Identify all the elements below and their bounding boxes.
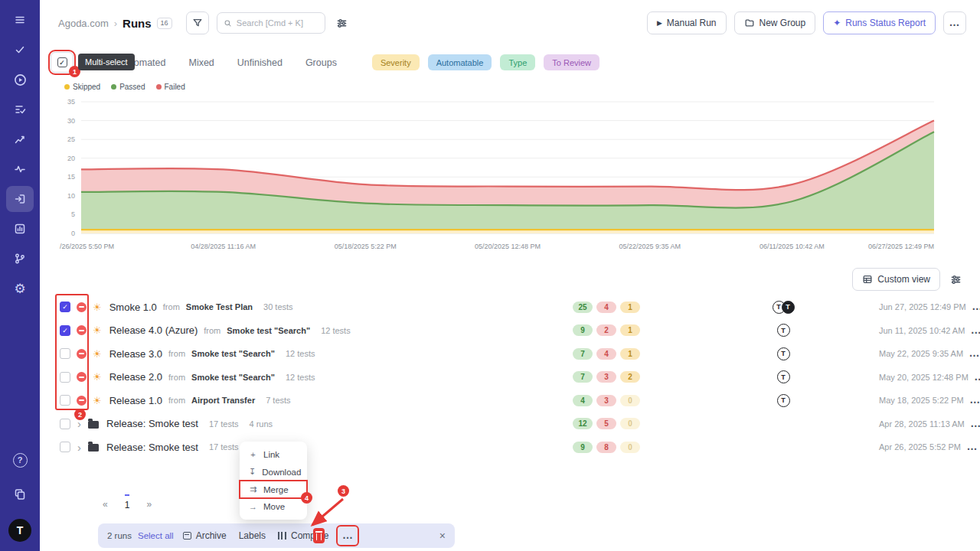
runs-status-report-label: Runs Status Report	[845, 18, 926, 28]
runs-count-badge: 16	[157, 18, 172, 29]
bulk-more-button[interactable]: …	[338, 527, 358, 545]
group-row[interactable]: ›Release: Smoke test17 tests4 runs1250Ap…	[58, 412, 962, 436]
row-checkbox[interactable]	[60, 348, 70, 359]
view-settings-button[interactable]	[946, 270, 965, 289]
plan-name[interactable]: Smoke test "Search"	[191, 349, 275, 358]
plan-name[interactable]: Smoke test "Search"	[227, 326, 310, 335]
row-more-button[interactable]: …	[966, 305, 980, 309]
multi-select-button[interactable]: ✓	[51, 52, 74, 73]
row-checkbox[interactable]	[60, 395, 70, 406]
view-bar: Custom view	[40, 268, 980, 291]
menu-item-move[interactable]: →Move	[240, 498, 307, 515]
menu-item-download[interactable]: ↧Download	[240, 463, 307, 481]
menu-item-merge[interactable]: ⇉Merge	[240, 481, 307, 498]
tests-count: 7 tests	[266, 396, 290, 405]
prev-page-button[interactable]: «	[103, 494, 108, 510]
svg-text:0: 0	[71, 230, 75, 237]
run-row[interactable]: ☀Release 3.0fromSmoke test "Search"12 te…	[58, 342, 962, 366]
filters-row: ✓ AutomatedMixedUnfinishedGroups Severit…	[40, 46, 980, 77]
expand-chevron-icon[interactable]: ›	[77, 442, 82, 453]
group-title[interactable]: Release: Smoke test	[106, 442, 198, 453]
run-title[interactable]: Release 2.0	[109, 371, 162, 383]
row-checkbox[interactable]	[60, 419, 70, 429]
from-label: from	[163, 302, 180, 311]
sidebar-item-branches[interactable]	[6, 246, 34, 272]
run-title[interactable]: Smoke 1.0	[109, 302, 157, 313]
sidebar-item-runs[interactable]	[6, 67, 34, 93]
runs-status-report-button[interactable]: ✦ Runs Status Report	[823, 11, 936, 34]
app-logo[interactable]: T	[8, 519, 31, 542]
automated-run-icon: ☀	[93, 372, 102, 382]
select-all-link[interactable]: Select all	[138, 531, 174, 540]
docs-button[interactable]	[6, 481, 34, 507]
plan-name[interactable]: Airport Transfer	[191, 396, 255, 405]
move-icon: →	[249, 502, 257, 511]
git-branch-icon	[14, 253, 26, 265]
automated-run-icon: ☀	[93, 325, 102, 335]
row-more-button[interactable]: …	[965, 422, 980, 426]
sidebar-item-tests[interactable]	[6, 37, 34, 63]
from-label: from	[168, 396, 185, 405]
row-more-button[interactable]: …	[964, 398, 980, 403]
run-row[interactable]: ☀Release 1.0fromAirport Transfer7 tests4…	[58, 389, 962, 412]
close-bar-button[interactable]: ×	[439, 530, 446, 542]
breadcrumb-project[interactable]: Agoda.com	[58, 18, 109, 29]
run-row[interactable]: ✓☀Release 4.0 (Azure)fromSmoke test "Sea…	[58, 319, 962, 343]
custom-view-button[interactable]: Custom view	[852, 268, 940, 291]
legend-label: Failed	[165, 83, 185, 91]
plan-name[interactable]: Smoke test "Search"	[191, 373, 275, 382]
menu-button[interactable]	[6, 7, 34, 33]
sidebar-item-import[interactable]	[6, 186, 34, 212]
group-row[interactable]: ›Release: Smoke test17 tests7 runs980Apr…	[58, 435, 962, 459]
manual-run-button[interactable]: ▶ Manual Run	[647, 11, 727, 34]
sidebar-item-pulse[interactable]	[6, 156, 34, 182]
run-title[interactable]: Release 4.0 (Azure)	[109, 324, 198, 336]
row-more-button[interactable]: …	[969, 375, 980, 380]
run-title[interactable]: Release 1.0	[109, 395, 162, 406]
filter-pill-automatable[interactable]: Automatable	[428, 54, 492, 70]
help-button[interactable]: ?	[6, 447, 34, 473]
filter-pill-type[interactable]: Type	[500, 54, 535, 70]
tab-unfinished[interactable]: Unfinished	[237, 53, 283, 73]
passed-badge: 9	[573, 442, 593, 453]
row-checkbox[interactable]: ✓	[60, 325, 70, 336]
filter-pill-severity[interactable]: Severity	[372, 54, 420, 70]
header-more-button[interactable]: …	[943, 11, 966, 34]
page-1-button[interactable]: 1	[125, 494, 130, 510]
row-more-button[interactable]: …	[961, 445, 980, 449]
sidebar-item-analytics[interactable]	[6, 126, 34, 152]
tests-count: 12 tests	[286, 373, 315, 382]
filter-settings-button[interactable]	[333, 14, 351, 32]
archive-button[interactable]: Archive	[180, 527, 230, 544]
filter-pill-to-review[interactable]: To Review	[544, 54, 599, 70]
row-more-button[interactable]: …	[965, 328, 980, 333]
row-checkbox[interactable]	[60, 372, 70, 383]
failed-badge: 3	[596, 371, 616, 383]
row-checkbox[interactable]: ✓	[60, 302, 70, 312]
breadcrumb-separator-icon: ›	[114, 18, 117, 29]
tab-mixed[interactable]: Mixed	[188, 53, 214, 73]
tab-groups[interactable]: Groups	[305, 53, 337, 73]
sidebar-item-settings[interactable]: ⚙	[6, 276, 34, 302]
result-badges: 980	[573, 442, 688, 453]
labels-button[interactable]: Labels	[236, 527, 269, 544]
search-input[interactable]	[237, 18, 318, 28]
run-row[interactable]: ✓☀Smoke 1.0fromSmoke Test Plan30 tests25…	[58, 295, 962, 319]
filter-button[interactable]	[186, 11, 209, 34]
assignee-avatars: T	[688, 324, 879, 337]
plan-name[interactable]: Smoke Test Plan	[186, 302, 253, 311]
sidebar-item-plans[interactable]	[6, 96, 34, 122]
row-checkbox[interactable]	[60, 442, 70, 452]
expand-chevron-icon[interactable]: ›	[77, 418, 82, 429]
search-box[interactable]	[217, 12, 325, 34]
row-more-button[interactable]: …	[963, 351, 980, 356]
menu-item-link[interactable]: +Link	[240, 446, 307, 463]
pulse-icon	[14, 163, 26, 175]
next-page-button[interactable]: »	[146, 494, 152, 510]
sidebar-item-reports[interactable]	[6, 216, 34, 242]
group-title[interactable]: Release: Smoke test	[106, 418, 198, 429]
run-title[interactable]: Release 3.0	[109, 348, 162, 360]
new-group-button[interactable]: New Group	[734, 11, 816, 34]
run-row[interactable]: ☀Release 2.0fromSmoke test "Search"12 te…	[58, 366, 962, 390]
run-date: May 20, 2025 12:48 PM	[879, 373, 969, 382]
